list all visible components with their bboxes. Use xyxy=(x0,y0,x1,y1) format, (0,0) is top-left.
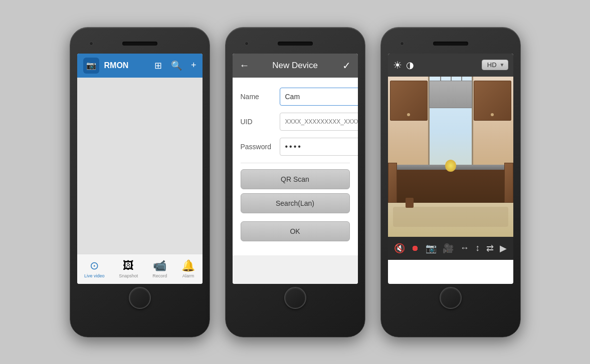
camera-icon: 📷 xyxy=(86,61,96,70)
play-icon[interactable]: ▶ xyxy=(500,243,507,254)
nav-live-video[interactable]: ⊙ Live video xyxy=(84,259,105,278)
kitchen-scene xyxy=(388,77,513,237)
lower-cabinet-right xyxy=(504,163,513,203)
uid-input[interactable] xyxy=(280,113,358,131)
password-input[interactable] xyxy=(280,138,358,156)
grid-icon[interactable]: ⊞ xyxy=(154,60,162,71)
live-video-icon: ⊙ xyxy=(90,259,99,272)
uid-label: UID xyxy=(241,118,275,126)
video-icon[interactable]: 🎥 xyxy=(443,243,454,254)
app-title: RMON xyxy=(104,61,145,70)
qr-scan-button[interactable]: QR Scan xyxy=(241,169,350,189)
phone-1-bottom xyxy=(77,284,203,312)
quality-dropdown[interactable]: HD ▼ xyxy=(482,60,508,70)
speaker-2 xyxy=(278,42,313,46)
phone-1-top xyxy=(77,37,203,51)
bottom-nav: ⊙ Live video 🖼 Snapshot 📹 Record 🔔 Alarm xyxy=(77,254,203,284)
front-camera-3 xyxy=(400,42,404,46)
back-button[interactable]: ← xyxy=(240,60,250,71)
ok-button[interactable]: OK xyxy=(241,221,350,241)
speaker-3 xyxy=(433,42,468,46)
form-title: New Device xyxy=(272,61,318,71)
name-label: Name xyxy=(241,93,275,101)
password-label: Password xyxy=(241,143,275,151)
form-divider-1 xyxy=(241,163,350,163)
record-label: Record xyxy=(152,273,167,278)
flip-horizontal-icon[interactable]: ⇄ xyxy=(486,243,494,254)
main-content xyxy=(77,78,203,254)
phone-3-bottom xyxy=(388,284,513,312)
lower-cabinet-left xyxy=(388,163,397,203)
password-row: Password xyxy=(241,138,350,156)
camera-header: ☀ ◑ HD ▼ xyxy=(388,54,513,77)
cabinet-left xyxy=(390,81,428,121)
home-button-3[interactable] xyxy=(440,287,462,309)
search-lan-label: Search(Lan) xyxy=(276,199,314,207)
alarm-icon: 🔔 xyxy=(181,259,195,272)
search-lan-button[interactable]: Search(Lan) xyxy=(241,193,350,213)
app-logo: 📷 xyxy=(83,58,99,74)
form-spacer xyxy=(233,255,358,284)
form-body: Name UID Password QR Scan xyxy=(233,78,358,255)
search-icon[interactable]: 🔍 xyxy=(171,60,182,71)
phone-2-bottom xyxy=(233,284,358,312)
quality-label: HD xyxy=(487,61,497,69)
name-row: Name xyxy=(241,88,350,106)
snapshot-control-icon[interactable]: 📷 xyxy=(426,243,437,254)
app-header: 📷 RMON ⊞ 🔍 + xyxy=(77,54,203,78)
phone-3-top xyxy=(388,37,513,51)
nav-record[interactable]: 📹 Record xyxy=(152,259,167,278)
form-header: ← New Device ✓ xyxy=(233,54,358,78)
snapshot-icon: 🖼 xyxy=(123,259,134,272)
cabinet-knob-right xyxy=(491,113,494,116)
mute-icon[interactable]: 🔇 xyxy=(394,243,405,254)
dropdown-arrow-icon: ▼ xyxy=(500,62,505,68)
ok-label: OK xyxy=(290,227,300,235)
add-icon[interactable]: + xyxy=(191,60,196,71)
cabinet-knob-left xyxy=(407,113,410,116)
cabinet-right xyxy=(474,81,511,121)
live-video-label: Live video xyxy=(84,273,105,278)
home-button-1[interactable] xyxy=(129,287,151,309)
screen-3: ☀ ◑ HD ▼ xyxy=(388,54,513,284)
horizontal-icon[interactable]: ↔ xyxy=(460,243,469,253)
record-control-icon[interactable]: ⏺ xyxy=(411,244,419,253)
phones-container: 📷 RMON ⊞ 🔍 + ⊙ Live video 🖼 xyxy=(70,27,521,337)
alarm-label: Alarm xyxy=(182,273,194,278)
contrast-icon[interactable]: ◑ xyxy=(406,60,414,71)
nav-alarm[interactable]: 🔔 Alarm xyxy=(181,259,195,278)
rug xyxy=(393,207,508,227)
chair xyxy=(406,198,414,208)
island xyxy=(396,168,506,203)
snapshot-label: Snapshot xyxy=(119,273,138,278)
phone-3: ☀ ◑ HD ▼ xyxy=(380,27,521,337)
vertical-icon[interactable]: ↕ xyxy=(475,243,480,253)
qr-scan-label: QR Scan xyxy=(281,175,309,183)
record-icon: 📹 xyxy=(153,259,166,272)
confirm-button[interactable]: ✓ xyxy=(342,60,351,72)
range-hood xyxy=(429,81,472,108)
name-input[interactable] xyxy=(280,88,358,106)
flowers xyxy=(445,160,456,172)
front-camera-2 xyxy=(245,42,249,46)
front-camera-1 xyxy=(89,42,93,46)
camera-feed xyxy=(388,77,513,237)
speaker-1 xyxy=(122,42,157,46)
phone-2-top xyxy=(233,37,358,51)
uid-row: UID xyxy=(241,113,350,131)
phone-1: 📷 RMON ⊞ 🔍 + ⊙ Live video 🖼 xyxy=(70,27,210,337)
screen-2: ← New Device ✓ Name UID Password xyxy=(233,54,358,284)
brightness-icon[interactable]: ☀ xyxy=(393,59,402,71)
camera-controls: 🔇 ⏺ 📷 🎥 ↔ ↕ ⇄ ▶ xyxy=(388,237,513,260)
phone-2: ← New Device ✓ Name UID Password xyxy=(225,27,365,337)
screen-1: 📷 RMON ⊞ 🔍 + ⊙ Live video 🖼 xyxy=(77,54,203,284)
home-button-2[interactable] xyxy=(284,287,306,309)
nav-snapshot[interactable]: 🖼 Snapshot xyxy=(119,259,138,278)
